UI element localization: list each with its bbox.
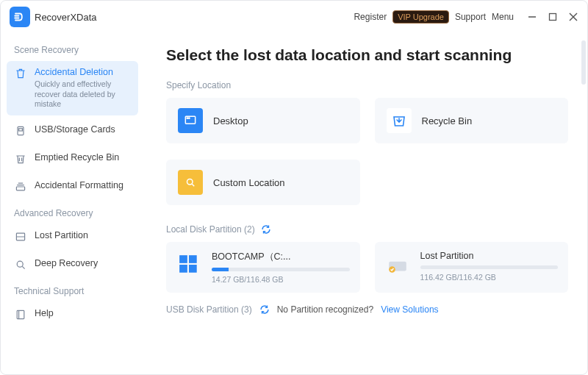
disk-name: BOOTCAMP（C:... <box>212 251 350 263</box>
minimize-icon[interactable] <box>527 12 537 22</box>
svg-rect-16 <box>179 265 187 273</box>
sidebar: Scene Recovery Accidental Deletion Quick… <box>1 33 144 374</box>
sidebar-section-scene: Scene Recovery <box>1 39 144 58</box>
location-label: Custom Location <box>213 177 285 188</box>
sidebar-item-label: Deep Recovery <box>35 258 134 268</box>
view-solutions-link[interactable]: View Solutions <box>381 304 439 315</box>
disk-size: 116.42 GB/116.42 GB <box>420 273 559 282</box>
sidebar-item-accidental-deletion[interactable]: Accidental Deletion Quickly and effectiv… <box>7 61 138 115</box>
no-partition-text: No Partition recognized? <box>277 304 373 315</box>
desktop-icon <box>178 108 203 133</box>
partition-icon <box>14 230 27 243</box>
sidebar-item-label: Accidental Formatting <box>35 180 134 190</box>
title-bar: RecoverXData Register VIP Upgrade Suppor… <box>1 1 587 33</box>
lost-disk-icon <box>385 252 410 277</box>
sidebar-item-emptied-recycle-bin[interactable]: Emptied Recycle Bin <box>1 146 144 171</box>
disk-usage-bar <box>212 268 350 271</box>
trash-icon <box>14 67 27 80</box>
disk-usage-bar <box>420 265 559 269</box>
book-icon <box>14 308 27 321</box>
menu-link[interactable]: Menu <box>492 12 514 22</box>
refresh-icon[interactable] <box>261 224 271 235</box>
disk-size: 14.27 GB/116.48 GB <box>212 275 350 284</box>
register-link[interactable]: Register <box>354 12 387 22</box>
sidebar-item-lost-partition[interactable]: Lost Partition <box>1 224 144 249</box>
location-label: Desktop <box>213 115 248 126</box>
sidebar-item-deep-recovery[interactable]: Deep Recovery <box>1 252 144 277</box>
empty-bin-icon <box>14 152 27 165</box>
maximize-icon[interactable] <box>548 12 558 22</box>
location-custom[interactable]: Custom Location <box>166 160 360 205</box>
recycle-bin-icon <box>387 108 412 133</box>
location-recycle-bin[interactable]: Recycle Bin <box>375 98 569 143</box>
sidebar-item-help[interactable]: Help <box>1 302 144 327</box>
app-name: RecoverXData <box>35 12 97 23</box>
close-icon[interactable] <box>568 12 578 22</box>
windows-disk-icon <box>176 252 201 277</box>
specify-location-label: Specify Location <box>166 80 568 90</box>
sidebar-item-label: USB/Storage Cards <box>35 124 134 135</box>
app-logo <box>10 7 30 27</box>
sidebar-item-label: Help <box>35 308 134 318</box>
page-title: Select the lost data location and start … <box>166 46 568 64</box>
sidebar-item-desc: Quickly and effectively recover data del… <box>35 79 128 110</box>
sidebar-item-label: Accidental Deletion <box>35 67 128 77</box>
format-icon <box>14 180 27 193</box>
svg-point-13 <box>187 179 193 185</box>
folder-search-icon <box>178 170 203 195</box>
disk-card-lost-partition[interactable]: Lost Partition 116.42 GB/116.42 GB <box>375 242 569 293</box>
svg-rect-6 <box>16 187 24 190</box>
svg-point-11 <box>187 118 187 118</box>
svg-point-8 <box>17 261 23 267</box>
deep-scan-icon <box>14 258 27 271</box>
svg-rect-5 <box>19 129 23 131</box>
disk-name: Lost Partition <box>420 251 559 261</box>
scrollbar[interactable] <box>581 40 586 85</box>
svg-rect-14 <box>179 255 187 263</box>
local-disk-label: Local Disk Partition (2) <box>166 224 568 235</box>
sidebar-item-usb-storage[interactable]: USB/Storage Cards <box>1 118 144 143</box>
vip-upgrade-button[interactable]: VIP Upgrade <box>392 10 449 24</box>
sidebar-item-label: Emptied Recycle Bin <box>35 152 134 162</box>
refresh-icon[interactable] <box>259 304 270 315</box>
svg-rect-1 <box>550 14 556 21</box>
sidebar-item-accidental-formatting[interactable]: Accidental Formatting <box>1 174 144 199</box>
sidebar-section-technical: Technical Support <box>1 280 144 299</box>
support-link[interactable]: Support <box>455 12 486 22</box>
svg-rect-15 <box>189 255 197 263</box>
svg-point-12 <box>189 118 190 118</box>
location-label: Recycle Bin <box>422 115 473 126</box>
main-panel: Select the lost data location and start … <box>144 33 587 374</box>
usb-disk-label: USB Disk Partition (3) <box>166 304 252 315</box>
svg-rect-9 <box>17 310 24 318</box>
svg-rect-17 <box>189 265 197 273</box>
sidebar-section-advanced: Advanced Recovery <box>1 202 144 221</box>
disk-card-bootcamp[interactable]: BOOTCAMP（C:... 14.27 GB/116.48 GB <box>166 242 360 293</box>
usb-icon <box>14 124 27 138</box>
location-desktop[interactable]: Desktop <box>166 98 360 143</box>
sidebar-item-label: Lost Partition <box>35 230 134 240</box>
